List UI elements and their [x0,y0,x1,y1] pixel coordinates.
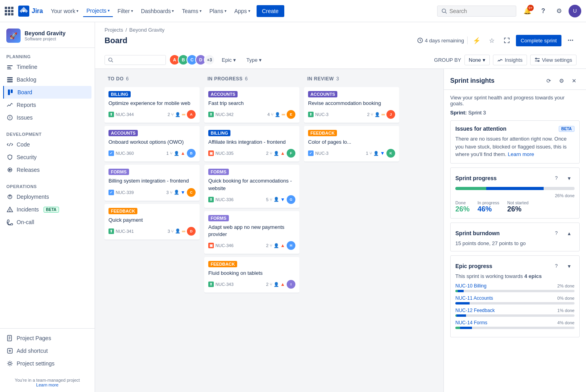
priority-icon: ▼ [280,197,285,202]
expand-button[interactable]: ▴ [563,228,575,239]
chevron-icon: ▾ [108,8,110,13]
notifications-button[interactable]: 🔔 9+ [521,5,534,17]
board-card[interactable]: FEEDBACK Color of pages lo... ✓ NUC-3 1 … [304,126,399,162]
lightning-button[interactable]: ⚡ [471,34,483,46]
column-title: IN REVIEW [307,76,334,82]
sidebar-item-issues[interactable]: Issues [3,111,91,124]
more-options-button[interactable]: ··· [565,34,576,46]
search-input[interactable] [449,8,501,14]
help-icon-btn[interactable]: ? [551,228,562,239]
insights-button[interactable]: Insights [493,55,527,65]
collapse-button[interactable]: ▾ [563,261,575,272]
card-title: Quick payment [108,217,196,224]
star-button[interactable]: ☆ [486,34,498,46]
sidebar-item-label: Board [17,89,32,95]
breadcrumb-projects[interactable]: Projects [105,27,123,33]
board-card[interactable]: FORMS Billing system integration - front… [105,165,200,200]
add-shortcut-icon [6,347,13,354]
create-button[interactable]: Create [257,5,284,17]
nav-dashboards[interactable]: Dashboards ▾ [138,6,177,17]
sidebar-item-incidents[interactable]: Incidents BETA [3,203,91,216]
sidebar-item-label: Project Pages [17,335,51,341]
nav-teams[interactable]: Teams ▾ [179,6,204,17]
user-avatar[interactable]: U [569,5,581,17]
collapse-button[interactable]: ▾ [563,173,575,184]
card-count: 2 [167,112,170,117]
card-count: 1 [166,151,169,156]
sidebar-item-code[interactable]: Code [3,138,91,151]
board-card[interactable]: BILLING Affiliate links integration - fr… [204,126,299,162]
board-search[interactable] [105,55,166,65]
nav-plans[interactable]: Plans ▾ [206,6,230,17]
epic-inprog-segment [455,302,470,304]
sidebar-item-security[interactable]: Security [3,151,91,164]
complete-sprint-button[interactable]: Complete sprint [516,35,561,46]
sidebar-item-label: Releases [17,167,40,173]
gear-icon: ⚙ [556,7,562,15]
grid-menu-icon[interactable] [5,7,13,15]
breadcrumb-project[interactable]: Beyond Gravity [129,27,165,33]
card-count: 3 [167,229,170,234]
sidebar-item-oncall[interactable]: On-call [3,216,91,228]
column-count: 6 [245,76,248,82]
sidebar-item-timeline[interactable]: Timeline [3,61,91,73]
board-search-input[interactable] [115,57,162,63]
learn-more-link[interactable]: Learn more [36,382,58,387]
nav-your-work[interactable]: Your work ▾ [48,6,82,17]
fullscreen-button[interactable] [501,34,513,46]
board-card[interactable]: ACCOUNTS Revise accommodation booking ⬆ … [304,87,399,123]
sidebar-item-backlog[interactable]: Backlog [3,73,91,86]
issues-attention-card: Issues for attention BETA There are no i… [450,120,580,164]
sidebar-item-board[interactable]: Board [3,86,91,99]
card-id-row: ▣ NUC-335 [208,150,264,156]
sidebar-item-project-pages[interactable]: Project Pages [3,332,91,344]
nav-projects[interactable]: Projects ▾ [83,5,113,17]
board-card[interactable]: FEEDBACK Quick payment ⬆ NUC-341 3 ⑂ 👤 ═… [105,204,200,240]
refresh-button[interactable]: ⟳ [543,75,554,86]
group-by-select[interactable]: None ▾ [464,55,490,65]
epic-link[interactable]: NUC-12 Feedback [455,308,495,313]
progress-done-segment [455,187,486,190]
chevron-down-icon: ▾ [259,57,262,63]
board-card[interactable]: ACCOUNTS Fast trip search ⬆ NUC-342 4 ⑂ … [204,87,299,123]
epic-link[interactable]: NUC-14 Forms [455,320,487,325]
priority-icon: ▲ [280,282,285,287]
board-card[interactable]: FORMS Quick booking for accommodations -… [204,165,299,207]
type-filter[interactable]: Type ▾ [243,55,265,65]
epic-pct: 0% done [557,296,575,301]
card-avatar: A [187,110,196,119]
close-button[interactable]: ✕ [569,75,580,86]
sidebar-item-project-settings[interactable]: Project settings [3,357,91,370]
project-settings-icon [6,360,13,367]
card-id: NUC-344 [116,112,134,117]
sidebar-item-reports[interactable]: Reports [3,99,91,111]
sidebar-item-deployments[interactable]: Deployments [3,190,91,203]
epic-filter[interactable]: Epic ▾ [218,55,240,65]
search-box[interactable] [437,6,516,17]
board-card[interactable]: FEEDBACK Fluid booking on tablets ⬆ NUC-… [204,257,299,293]
notification-badge: 9+ [527,5,534,11]
sidebar-item-releases[interactable]: Releases [3,164,91,176]
settings-button[interactable]: ⚙ [553,5,565,17]
view-settings-button[interactable]: View settings [530,55,576,65]
board-card[interactable]: FORMS Adapt web app no new payments prov… [204,211,299,254]
sprint-progress-card: Sprint progress ? ▾ 26% don [450,167,580,219]
epic-link[interactable]: NUC-10 Billing [455,283,487,289]
help-icon-btn[interactable]: ? [551,173,562,184]
sidebar-item-add-shortcut[interactable]: Add shortcut [3,344,91,357]
board-card[interactable]: BILLING Optimize experience for mobile w… [105,87,200,123]
card-badge: FEEDBACK [208,261,237,267]
settings-button[interactable]: ⚙ [556,75,567,86]
help-button[interactable]: ? [537,5,550,17]
card-badge: ACCOUNTS [308,91,337,97]
learn-more-link[interactable]: Learn more [508,151,534,157]
board-card[interactable]: ACCOUNTS Onboard workout options (OWO) ✓… [105,126,200,162]
avatar-filter-more[interactable]: +3 [204,54,215,65]
epic-link[interactable]: NUC-11 Accounts [455,295,493,301]
oncall-icon [6,219,13,226]
epic-title: Epic progress [455,263,492,269]
jira-logo[interactable]: Jira [18,6,43,17]
nav-apps[interactable]: Apps ▾ [231,6,253,17]
help-icon-btn[interactable]: ? [551,261,562,272]
nav-filter[interactable]: Filter ▾ [114,6,136,17]
